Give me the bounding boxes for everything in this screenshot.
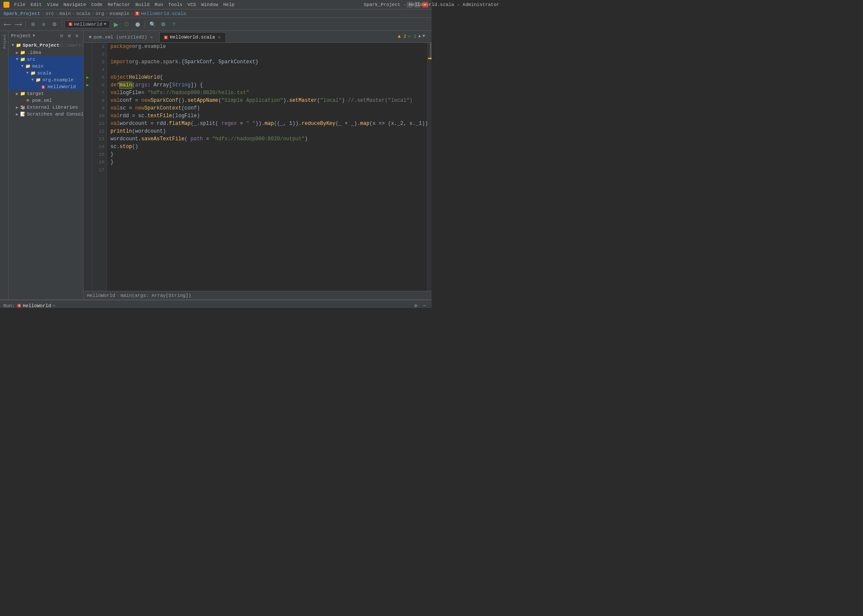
project-root-label: Spark_Project <box>23 43 60 48</box>
run-with-coverage-btn[interactable]: ⬤ <box>133 20 142 29</box>
warning-marker <box>428 58 432 59</box>
tree-org-example-folder[interactable]: ▼ 📁 org.example <box>9 77 83 83</box>
panel-settings-icon[interactable]: ⚙ <box>412 302 420 308</box>
tree-main-folder[interactable]: ▼ 📁 main <box>9 63 83 70</box>
menu-bar[interactable]: File Edit View Navigate Code Refactor Bu… <box>12 1 237 8</box>
menu-run[interactable]: Run <box>152 1 165 8</box>
scratches-arrow: ▶ <box>15 112 20 117</box>
gutter-10 <box>83 112 92 120</box>
breadcrumb-main[interactable]: main <box>60 11 71 16</box>
search-everywhere-btn[interactable]: 🔍 <box>148 20 157 29</box>
main-folder-icon: 📁 <box>25 63 31 69</box>
gutter-6[interactable]: ▶ <box>83 81 92 89</box>
gutter-16 <box>83 158 92 166</box>
run-tab-helloworld[interactable]: S HelloWorld ✕ <box>17 303 55 308</box>
pom-tab-close[interactable]: ✕ <box>149 34 154 40</box>
sidebar-header: Project ▼ ⊟ ⊞ ⚙ <box>9 31 83 41</box>
tab-helloworld[interactable]: S HelloWorld.scala ✕ <box>159 32 226 42</box>
idea-folder-arrow: ▶ <box>15 50 20 55</box>
gutter-4 <box>83 66 92 74</box>
org-example-arrow: ▼ <box>30 78 35 82</box>
gutter-5[interactable]: ▶ <box>83 74 92 81</box>
breadcrumb-method[interactable]: main(args: Array[String]) <box>121 293 191 298</box>
panel-tools: ⚙ ─ <box>412 302 428 308</box>
toolbar-settings-btn[interactable]: ⚙ <box>50 20 59 29</box>
toolbar-structure-btn[interactable]: ≡ <box>39 20 48 29</box>
chevron-down-icon[interactable]: ▼ <box>423 34 425 38</box>
panel-minimize-icon[interactable]: ─ <box>420 302 428 308</box>
tab-pom-xml[interactable]: m pom.xml (untitled2) ✕ <box>84 32 158 42</box>
breadcrumb-scala[interactable]: scala <box>76 11 90 16</box>
menu-navigate[interactable]: Navigate <box>61 1 88 8</box>
idea-folder-icon: 📁 <box>20 50 26 56</box>
tree-pom-xml[interactable]: ▶ m pom.xml <box>9 97 83 104</box>
menu-file[interactable]: File <box>12 1 27 8</box>
breadcrumb-org[interactable]: org <box>96 11 104 16</box>
run-main-icon[interactable]: ▶ <box>86 83 89 88</box>
tree-scratches-consoles[interactable]: ▶ 📝 Scratches and Consoles <box>9 111 83 118</box>
gutter-1 <box>83 43 92 50</box>
menu-vcs[interactable]: VCS <box>185 1 198 8</box>
breadcrumb-project[interactable]: Spark_Project <box>3 11 40 16</box>
tree-scala-folder[interactable]: ▼ 📁 scala <box>9 70 83 77</box>
run-button[interactable]: ▶ <box>111 20 121 29</box>
scroll-thumb[interactable] <box>430 43 432 60</box>
bottom-panel: Run: S HelloWorld ✕ ⚙ ─ ▶ ↓ ■ ≡ 📷 🖨 🗑 ⊞ … <box>0 299 432 308</box>
menu-build[interactable]: Build <box>133 1 152 8</box>
breadcrumb-arrow: › <box>116 293 119 298</box>
breadcrumb-class[interactable]: HelloWorld <box>87 293 115 298</box>
gear-icon[interactable]: ⚙ <box>74 33 80 39</box>
toolbar-sep-2 <box>62 21 62 28</box>
project-tool-icon[interactable]: Project <box>0 33 8 50</box>
title-bar-left: File Edit View Navigate Code Refactor Bu… <box>3 1 237 8</box>
run-tab-label: HelloWorld <box>23 303 51 308</box>
editor-area: m pom.xml (untitled2) ✕ S HelloWorld.sca… <box>83 31 432 299</box>
toolbar-fwd-btn[interactable]: ⟶ <box>13 20 23 29</box>
app-icon <box>3 2 9 8</box>
toolbar-recent-btn[interactable]: ⊞ <box>28 20 38 29</box>
breadcrumb-file[interactable]: S HelloWorld.scala <box>135 11 186 16</box>
pom-xml-label: pom.xml <box>32 98 52 103</box>
breadcrumb-src[interactable]: src <box>45 11 54 16</box>
warning-indicator[interactable]: ▲ 2 ✓ 1 ▲ ▼ <box>398 33 425 39</box>
help-btn[interactable]: ? <box>169 20 179 29</box>
tree-root[interactable]: ▼ 📁 Spark_Project C:\Users\Administrator… <box>9 41 83 49</box>
run-config-selector[interactable]: S HelloWorld ▼ <box>65 21 110 28</box>
code-line-1: package org.example <box>110 43 424 50</box>
breadcrumb-example[interactable]: example <box>110 11 129 16</box>
tree-target-folder[interactable]: ▶ 📁 target <box>9 90 83 97</box>
menu-edit[interactable]: Edit <box>28 1 44 8</box>
chevron-up-icon[interactable]: ▲ <box>418 34 421 38</box>
src-folder-arrow: ▼ <box>15 57 20 62</box>
tree-src-folder[interactable]: ▼ 📁 src <box>9 56 83 63</box>
menu-refactor[interactable]: Refactor <box>105 1 132 8</box>
menu-window[interactable]: Window <box>199 1 220 8</box>
menu-tools[interactable]: Tools <box>166 1 185 8</box>
run-object-icon[interactable]: ▶ <box>86 75 89 80</box>
menu-code[interactable]: Code <box>89 1 104 8</box>
org-example-icon: 📁 <box>35 77 41 83</box>
main-folder-arrow: ▼ <box>20 64 25 68</box>
tree-idea-folder[interactable]: ▶ 📁 .idea <box>9 49 83 56</box>
menu-view[interactable]: View <box>45 1 60 8</box>
debug-button[interactable]: ⬡ <box>122 20 131 29</box>
sidebar-tools[interactable]: ⊟ ⊞ ⚙ <box>58 33 80 39</box>
settings-main-btn[interactable]: ⚙ <box>158 20 168 29</box>
helloworld-tab-close[interactable]: ✕ <box>217 34 221 40</box>
menu-help[interactable]: Help <box>221 1 237 8</box>
helloworld-tab-icon: S <box>164 36 168 39</box>
code-editor[interactable]: package org.example import org.apache.sp… <box>107 43 427 291</box>
tree-external-libs[interactable]: ▶ 📚 External Libraries <box>9 104 83 111</box>
expand-all-icon[interactable]: ⊞ <box>66 33 73 39</box>
toolbar-back-btn[interactable]: ⟵ <box>3 20 12 29</box>
run-tab-close[interactable]: ✕ <box>53 303 55 308</box>
main-folder-label: main <box>32 64 43 69</box>
target-folder-icon: 📁 <box>20 91 26 97</box>
code-line-11: val wordcount = rdd.flatMap(_.split( reg… <box>110 120 424 127</box>
tree-helloworld-file[interactable]: ▶ S HelloWorld <box>9 83 83 90</box>
code-line-7: val logFile = "hdfs://hadoop000:8020/hel… <box>110 89 424 97</box>
left-tool-icons: Project <box>0 31 9 299</box>
run-label: Run: <box>3 303 15 308</box>
collapse-all-icon[interactable]: ⊟ <box>58 33 65 39</box>
tabs-bar: m pom.xml (untitled2) ✕ S HelloWorld.sca… <box>83 31 432 43</box>
